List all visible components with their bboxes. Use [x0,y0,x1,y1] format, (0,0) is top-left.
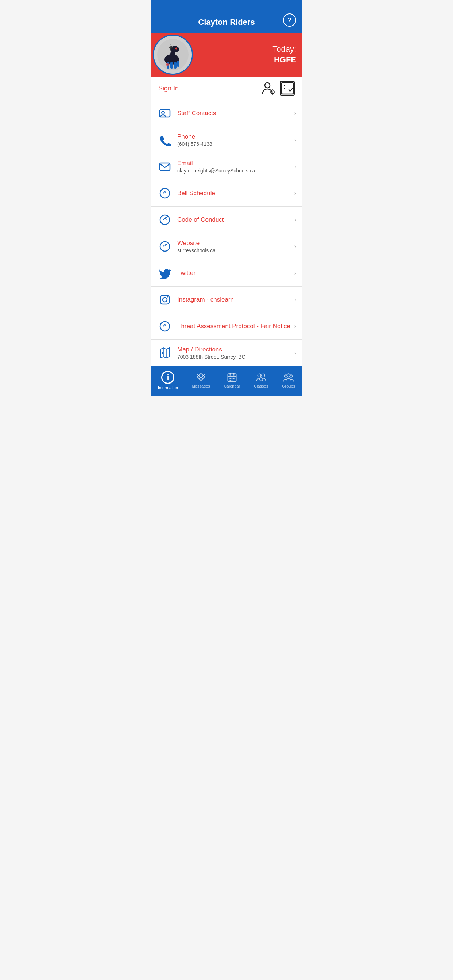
website-title: Website [177,240,292,247]
help-icon: ? [288,16,292,24]
svg-point-39 [160,321,170,331]
twitter-title: Twitter [177,269,292,277]
svg-rect-29 [160,163,170,170]
chevron-right-icon: › [294,137,296,143]
app-title: Clayton Riders [198,18,255,27]
threat-assessment-title: Threat Assessment Protocol - Fair Notice [177,323,292,330]
phone-content: Phone (604) 576-4138 [177,133,292,147]
svg-point-37 [163,298,167,302]
email-address: claytonheights@SurreySchools.ca [177,168,292,173]
code-of-conduct-title: Code of Conduct [177,216,292,223]
link-icon-website [157,239,173,255]
instagram-icon [157,292,173,308]
svg-point-54 [231,380,233,381]
list-item-map[interactable]: Map / Directions 7003 188th Street, Surr… [151,340,302,366]
phone-title: Phone [177,133,292,140]
today-value: HGFE [273,55,296,65]
link-icon-bell [157,185,173,201]
checklist-icon[interactable] [280,81,295,95]
svg-point-15 [272,92,273,92]
email-title: Email [177,160,292,167]
id-card-icon [157,105,173,121]
svg-marker-45 [197,374,205,380]
information-nav-icon: i [161,371,174,384]
signin-icons [261,81,295,95]
list-item-threat-assessment[interactable]: Threat Assessment Protocol - Fair Notice… [151,313,302,340]
svg-rect-24 [284,88,285,89]
map-icon [157,345,173,361]
twitter-content: Twitter [177,269,292,277]
signin-bar: Sign In [151,76,302,100]
email-content: Email claytonheights@SurreySchools.ca [177,160,292,173]
help-button[interactable]: ? [283,13,296,27]
list-item-website[interactable]: Website surreyschools.ca › [151,233,302,260]
today-label: Today: [273,44,296,55]
profile-settings-icon[interactable] [261,81,276,95]
chevron-right-icon: › [294,190,296,197]
phone-icon [157,132,173,148]
link-icon-conduct [157,212,173,228]
svg-point-34 [160,242,170,251]
link-icon-threat [157,318,173,334]
chevron-right-icon: › [294,163,296,170]
svg-point-57 [259,378,263,381]
svg-point-52 [233,378,234,379]
calendar-nav-icon [227,372,237,382]
bell-schedule-title: Bell Schedule [177,189,292,197]
info-list: Staff Contacts › Phone (604) 576-4138 › … [151,100,302,366]
today-info: Today: HGFE [273,44,296,65]
list-item-phone[interactable]: Phone (604) 576-4138 › [151,127,302,153]
chevron-right-icon: › [294,270,296,276]
messages-nav-icon [196,372,206,382]
staff-contacts-content: Staff Contacts [177,110,292,117]
nav-information-label: Information [158,385,178,390]
staff-contacts-title: Staff Contacts [177,110,292,117]
svg-rect-20 [282,83,293,94]
chevron-right-icon: › [294,323,296,329]
svg-point-51 [231,378,233,379]
svg-point-53 [230,380,231,381]
groups-nav-icon [283,372,293,382]
code-of-conduct-content: Code of Conduct [177,216,292,223]
threat-assessment-content: Threat Assessment Protocol - Fair Notice [177,323,292,330]
list-item-code-of-conduct[interactable]: Code of Conduct › [151,207,302,233]
list-item-twitter[interactable]: Twitter › [151,260,302,286]
nav-item-groups[interactable]: Groups [279,371,298,390]
svg-point-13 [265,83,270,88]
nav-messages-label: Messages [192,384,210,388]
nav-item-information[interactable]: i Information [155,369,181,391]
svg-point-30 [160,188,170,198]
bottom-navigation: i Information Messages Calendar [151,366,302,396]
nav-item-messages[interactable]: Messages [189,371,213,390]
svg-point-38 [167,296,169,298]
list-item-bell-schedule[interactable]: Bell Schedule › [151,180,302,207]
signin-button[interactable]: Sign In [158,84,179,92]
svg-point-56 [262,374,265,377]
svg-point-32 [160,215,170,224]
svg-rect-25 [160,110,170,117]
map-content: Map / Directions 7003 188th Street, Surr… [177,346,292,360]
svg-point-44 [162,352,164,354]
svg-rect-23 [284,85,285,86]
map-title: Map / Directions [177,346,292,353]
nav-groups-label: Groups [282,384,295,388]
mascot-image [156,38,189,71]
chevron-right-icon: › [294,350,296,356]
website-content: Website surreyschools.ca [177,240,292,253]
chevron-right-icon: › [294,243,296,250]
classes-nav-icon [256,372,266,382]
phone-number: (604) 576-4138 [177,141,292,147]
list-item-email[interactable]: Email claytonheights@SurreySchools.ca › [151,153,302,180]
app-header: Clayton Riders ? [151,0,302,33]
nav-item-classes[interactable]: Classes [251,371,271,390]
chevron-right-icon: › [294,216,296,223]
nav-calendar-label: Calendar [224,384,240,388]
nav-item-calendar[interactable]: Calendar [221,371,243,390]
svg-point-50 [230,378,231,379]
list-item-staff-contacts[interactable]: Staff Contacts › [151,100,302,127]
list-item-instagram[interactable]: Instagram - chslearn › [151,286,302,313]
map-address: 7003 188th Street, Surrey, BC [177,354,292,360]
nav-classes-label: Classes [254,384,268,388]
svg-point-7 [175,48,177,49]
svg-point-12 [166,64,169,65]
